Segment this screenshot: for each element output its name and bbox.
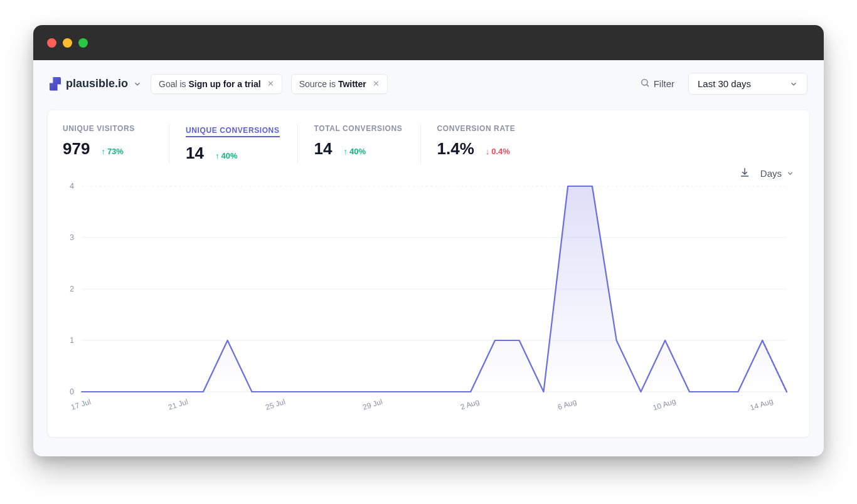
- svg-text:2 Aug: 2 Aug: [459, 397, 481, 412]
- stat-value: 979: [63, 139, 90, 159]
- svg-text:0: 0: [70, 387, 74, 396]
- filter-chip-value: Sign up for a trial: [189, 79, 261, 89]
- stat-value: 14: [314, 139, 333, 159]
- stat-label: TOTAL CONVERSIONS: [314, 124, 403, 133]
- stat-label: UNIQUE VISITORS: [63, 124, 151, 133]
- stat-change-value: 0.4%: [491, 147, 510, 156]
- window-close-dot[interactable]: [47, 38, 56, 48]
- stat-label: CONVERSION RATE: [437, 124, 526, 133]
- filter-chip-source[interactable]: Source is Twitter ✕: [291, 74, 388, 94]
- stat-change-value: 40%: [349, 147, 366, 156]
- svg-text:6 Aug: 6 Aug: [556, 397, 578, 412]
- chevron-down-icon: [789, 80, 798, 88]
- svg-text:21 Jul: 21 Jul: [167, 397, 189, 412]
- app-window: plausible.io Goal is Sign up for a trial…: [33, 25, 824, 456]
- stat-change: 73%: [101, 147, 124, 156]
- site-switcher[interactable]: plausible.io: [50, 77, 142, 91]
- filter-chip-prefix: Goal is: [159, 79, 188, 89]
- stat-total-conversions[interactable]: TOTAL CONVERSIONS 14 40%: [314, 124, 421, 163]
- stat-change: 0.4%: [486, 147, 510, 156]
- svg-text:4: 4: [70, 182, 74, 191]
- date-range-select[interactable]: Last 30 days: [688, 73, 807, 95]
- stat-change-value: 73%: [107, 147, 124, 156]
- svg-text:1: 1: [70, 336, 74, 345]
- interval-select[interactable]: Days: [760, 168, 794, 179]
- chevron-down-icon: [133, 80, 142, 88]
- filter-label: Filter: [654, 78, 674, 89]
- svg-text:2: 2: [70, 285, 74, 293]
- stat-unique-visitors[interactable]: UNIQUE VISITORS 979 73%: [63, 124, 169, 163]
- search-icon: [640, 78, 650, 90]
- site-name: plausible.io: [66, 77, 128, 90]
- stat-label: UNIQUE CONVERSIONS: [186, 126, 280, 137]
- topbar: plausible.io Goal is Sign up for a trial…: [33, 60, 824, 103]
- svg-text:17 Jul: 17 Jul: [70, 397, 92, 412]
- download-icon[interactable]: [739, 167, 750, 180]
- close-icon[interactable]: ✕: [373, 79, 380, 88]
- arrow-up-icon: [101, 147, 105, 156]
- filter-button[interactable]: Filter: [635, 74, 679, 93]
- filter-chip-prefix: Source is: [299, 79, 338, 89]
- arrow-down-icon: [486, 147, 490, 156]
- interval-label: Days: [760, 168, 782, 179]
- chart-controls: Days: [63, 167, 794, 180]
- stat-change: 40%: [343, 147, 366, 156]
- filter-chip-goal[interactable]: Goal is Sign up for a trial ✕: [151, 74, 282, 94]
- stat-conversion-rate[interactable]: CONVERSION RATE 1.4% 0.4%: [437, 124, 544, 163]
- svg-line-1: [647, 85, 649, 87]
- svg-text:10 Aug: 10 Aug: [652, 397, 677, 412]
- chevron-down-icon: [785, 169, 794, 178]
- stat-value: 14: [186, 144, 204, 163]
- brand-logo-icon: [50, 77, 61, 91]
- svg-text:25 Jul: 25 Jul: [264, 397, 286, 412]
- arrow-up-icon: [343, 147, 348, 156]
- stat-change: 40%: [215, 151, 238, 160]
- chart: 0123417 Jul21 Jul25 Jul29 Jul2 Aug6 Aug1…: [63, 182, 794, 421]
- stat-change-value: 40%: [221, 151, 237, 160]
- main-card: UNIQUE VISITORS 979 73% UNIQUE CONVERSIO…: [47, 110, 810, 438]
- stat-unique-conversions[interactable]: UNIQUE CONVERSIONS 14 40%: [186, 124, 298, 163]
- stats-row: UNIQUE VISITORS 979 73% UNIQUE CONVERSIO…: [63, 124, 794, 163]
- svg-text:3: 3: [70, 233, 74, 242]
- svg-point-0: [641, 80, 647, 85]
- stat-value: 1.4%: [437, 139, 474, 159]
- filter-chip-value: Twitter: [338, 79, 366, 89]
- window-minimize-dot[interactable]: [63, 38, 72, 48]
- arrow-up-icon: [215, 151, 220, 160]
- date-range-label: Last 30 days: [698, 78, 751, 89]
- filter-chip-text: Goal is Sign up for a trial: [159, 79, 261, 89]
- chart-svg: 0123417 Jul21 Jul25 Jul29 Jul2 Aug6 Aug1…: [63, 182, 794, 421]
- window-titlebar: [33, 25, 824, 60]
- svg-text:14 Aug: 14 Aug: [749, 397, 774, 412]
- window-zoom-dot[interactable]: [78, 38, 88, 48]
- svg-text:29 Jul: 29 Jul: [361, 397, 383, 412]
- filter-chip-text: Source is Twitter: [299, 79, 366, 89]
- close-icon[interactable]: ✕: [267, 79, 274, 88]
